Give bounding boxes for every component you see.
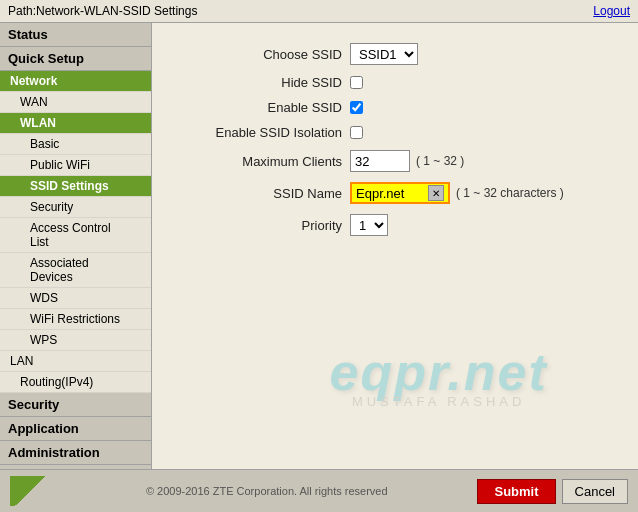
choose-ssid-row: Choose SSID SSID1 SSID2 SSID3 SSID4 [182, 43, 608, 65]
priority-row: Priority 1 2 3 4 [182, 214, 608, 236]
bottom-bar: © 2009-2016 ZTE Corporation. All rights … [0, 469, 638, 512]
max-clients-input[interactable] [350, 150, 410, 172]
footer-copyright: © 2009-2016 ZTE Corporation. All rights … [56, 485, 477, 497]
watermark-sub-text: MUSTAFA RASHAD [330, 394, 548, 409]
sidebar-item-wan[interactable]: WAN [0, 92, 151, 113]
sidebar-item-wds[interactable]: WDS [0, 288, 151, 309]
green-stripe-decoration [10, 476, 50, 506]
max-clients-label: Maximum Clients [182, 154, 342, 169]
sidebar-item-ssidsettings[interactable]: SSID Settings [0, 176, 151, 197]
sidebar: Status Quick Setup Network WAN WLAN Basi… [0, 23, 152, 469]
sidebar-item-security[interactable]: Security [0, 197, 151, 218]
enable-isolation-checkbox[interactable] [350, 126, 363, 139]
priority-select[interactable]: 1 2 3 4 [350, 214, 388, 236]
enable-isolation-label: Enable SSID Isolation [182, 125, 342, 140]
enable-ssid-checkbox[interactable] [350, 101, 363, 114]
watermark-main-text: eqpr.net [330, 342, 548, 402]
enable-ssid-row: Enable SSID [182, 100, 608, 115]
submit-button[interactable]: Submit [477, 479, 555, 504]
max-clients-row: Maximum Clients ( 1 ~ 32 ) [182, 150, 608, 172]
sidebar-section-administration[interactable]: Administration [0, 441, 151, 465]
enable-isolation-row: Enable SSID Isolation [182, 125, 608, 140]
choose-ssid-select[interactable]: SSID1 SSID2 SSID3 SSID4 [350, 43, 418, 65]
breadcrumb: Path:Network-WLAN-SSID Settings [8, 4, 197, 18]
sidebar-item-network[interactable]: Network [0, 71, 151, 92]
hide-ssid-label: Hide SSID [182, 75, 342, 90]
cancel-button[interactable]: Cancel [562, 479, 628, 504]
ssid-name-input-wrap: ✕ [350, 182, 450, 204]
sidebar-item-publicwifi[interactable]: Public WiFi [0, 155, 151, 176]
sidebar-item-acl[interactable]: Access Control List [0, 218, 151, 253]
sidebar-item-wifirestrictions[interactable]: WiFi Restrictions [0, 309, 151, 330]
watermark: eqpr.net MUSTAFA RASHAD [330, 342, 548, 409]
button-area: Submit Cancel [477, 479, 628, 504]
max-clients-hint: ( 1 ~ 32 ) [416, 154, 464, 168]
sidebar-section-status: Status [0, 23, 151, 47]
ssid-name-hint: ( 1 ~ 32 characters ) [456, 186, 564, 200]
sidebar-item-wlan[interactable]: WLAN [0, 113, 151, 134]
ssid-name-row: SSID Name ✕ ( 1 ~ 32 characters ) [182, 182, 608, 204]
sidebar-item-lan[interactable]: LAN [0, 351, 151, 372]
hide-ssid-row: Hide SSID [182, 75, 608, 90]
ssid-settings-form: Choose SSID SSID1 SSID2 SSID3 SSID4 Hide… [182, 43, 608, 236]
enable-ssid-label: Enable SSID [182, 100, 342, 115]
ssid-name-clear-button[interactable]: ✕ [428, 185, 444, 201]
sidebar-item-routing[interactable]: Routing(IPv4) [0, 372, 151, 393]
sidebar-item-wps[interactable]: WPS [0, 330, 151, 351]
sidebar-item-quicksetup[interactable]: Quick Setup [0, 47, 151, 71]
sidebar-section-security[interactable]: Security [0, 393, 151, 417]
sidebar-item-basic[interactable]: Basic [0, 134, 151, 155]
sidebar-section-application[interactable]: Application [0, 417, 151, 441]
sidebar-item-assocdevices[interactable]: Associated Devices [0, 253, 151, 288]
logout-link[interactable]: Logout [593, 4, 630, 18]
priority-label: Priority [182, 218, 342, 233]
ssid-name-label: SSID Name [182, 186, 342, 201]
ssid-name-input[interactable] [356, 184, 426, 202]
hide-ssid-checkbox[interactable] [350, 76, 363, 89]
choose-ssid-label: Choose SSID [182, 47, 342, 62]
content-area: Choose SSID SSID1 SSID2 SSID3 SSID4 Hide… [152, 23, 638, 469]
topbar: Path:Network-WLAN-SSID Settings Logout [0, 0, 638, 23]
